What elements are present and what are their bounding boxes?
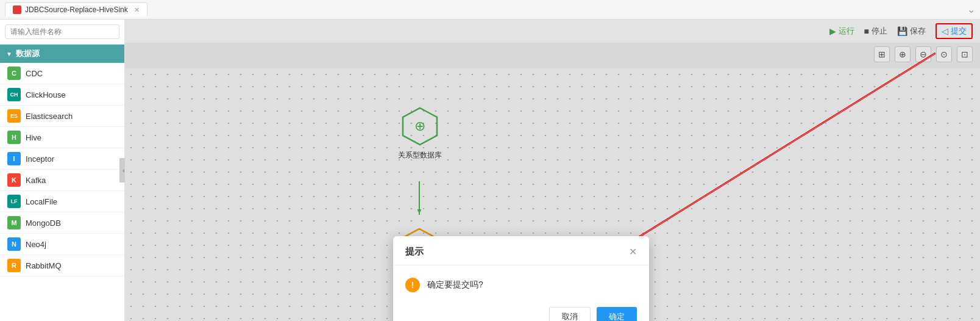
sidebar-item-elasticsearch[interactable]: ES Elasticsearch bbox=[0, 106, 124, 127]
dialog-overlay: 提示 ✕ ! 确定要提交吗? 取消 确定 bbox=[125, 20, 980, 321]
mongodb-icon: M bbox=[7, 216, 21, 229]
section-label: 数据源 bbox=[16, 48, 40, 59]
tab-jdbcsource[interactable]: JDBCSource-Replace-HiveSink ✕ bbox=[5, 2, 147, 16]
dialog-message: 确定要提交吗? bbox=[427, 280, 483, 290]
sidebar-item-label-hive: Hive bbox=[26, 133, 41, 142]
dialog-footer: 取消 确定 bbox=[393, 302, 649, 321]
sidebar-item-hive[interactable]: H Hive bbox=[0, 127, 124, 148]
kafka-icon: K bbox=[7, 173, 21, 187]
inceptor-icon: I bbox=[7, 152, 21, 165]
sidebar-item-label-mongodb: MongoDB bbox=[26, 218, 61, 228]
canvas-area: ▶ 运行 ■ 停止 💾 保存 ◁ 提交 ⊞ ⊕ ⊖ ⊙ ⊡ bbox=[125, 20, 980, 321]
sidebar-item-label-localfile: LocalFile bbox=[26, 197, 57, 206]
sidebar-item-label-kafka: Kafka bbox=[26, 176, 46, 185]
search-box bbox=[0, 20, 124, 45]
sidebar-item-neo4j[interactable]: N Neo4j bbox=[0, 234, 124, 255]
sidebar-item-label-clickhouse: ClickHouse bbox=[26, 90, 66, 99]
dialog-header: 提示 ✕ bbox=[393, 236, 649, 265]
sidebar-item-label-inceptor: Inceptor bbox=[26, 154, 54, 164]
search-input[interactable] bbox=[5, 24, 119, 39]
sidebar-item-label-rabbitmq: RabbitMQ bbox=[26, 261, 62, 270]
tab-close-icon[interactable]: ✕ bbox=[134, 6, 140, 14]
dialog-body: ! 确定要提交吗? bbox=[393, 265, 649, 302]
clickhouse-icon: CH bbox=[7, 88, 21, 101]
dialog-title: 提示 bbox=[405, 246, 424, 258]
confirm-dialog: 提示 ✕ ! 确定要提交吗? 取消 确定 bbox=[393, 236, 649, 321]
cdc-icon: C bbox=[7, 67, 21, 80]
warning-icon: ! bbox=[405, 278, 420, 292]
tab-bar: JDBCSource-Replace-HiveSink ✕ ⌄ bbox=[0, 0, 980, 20]
hive-icon: H bbox=[7, 131, 21, 144]
sidebar-item-clickhouse[interactable]: CH ClickHouse bbox=[0, 84, 124, 106]
sidebar-item-kafka[interactable]: K Kafka bbox=[0, 170, 124, 191]
sidebar: ▼ 数据源 C CDC CH ClickHouse ES Elasticsear… bbox=[0, 20, 125, 321]
confirm-button[interactable]: 确定 bbox=[597, 307, 637, 321]
sidebar-item-label-elasticsearch: Elasticsearch bbox=[26, 112, 73, 121]
sidebar-item-label-cdc: CDC bbox=[26, 69, 43, 78]
elasticsearch-icon: ES bbox=[7, 109, 21, 123]
section-arrow-icon: ▼ bbox=[6, 51, 12, 57]
rabbitmq-icon: R bbox=[7, 259, 21, 272]
sidebar-section-datasource[interactable]: ▼ 数据源 bbox=[0, 45, 124, 63]
tab-label: JDBCSource-Replace-HiveSink bbox=[25, 5, 128, 14]
tab-bar-collapse[interactable]: ⌄ bbox=[967, 4, 975, 15]
tab-icon bbox=[13, 5, 21, 14]
sidebar-item-mongodb[interactable]: M MongoDB bbox=[0, 212, 124, 234]
main-layout: ▼ 数据源 C CDC CH ClickHouse ES Elasticsear… bbox=[0, 20, 980, 321]
sidebar-item-label-neo4j: Neo4j bbox=[26, 240, 46, 249]
localfile-icon: LF bbox=[7, 195, 21, 208]
sidebar-item-localfile[interactable]: LF LocalFile bbox=[0, 191, 124, 212]
sidebar-item-inceptor[interactable]: I Inceptor bbox=[0, 148, 124, 170]
sidebar-item-rabbitmq[interactable]: R RabbitMQ bbox=[0, 255, 124, 276]
dialog-close-button[interactable]: ✕ bbox=[629, 246, 637, 258]
cancel-button[interactable]: 取消 bbox=[549, 307, 591, 321]
neo4j-icon: N bbox=[7, 237, 21, 251]
sidebar-item-cdc[interactable]: C CDC bbox=[0, 63, 124, 84]
